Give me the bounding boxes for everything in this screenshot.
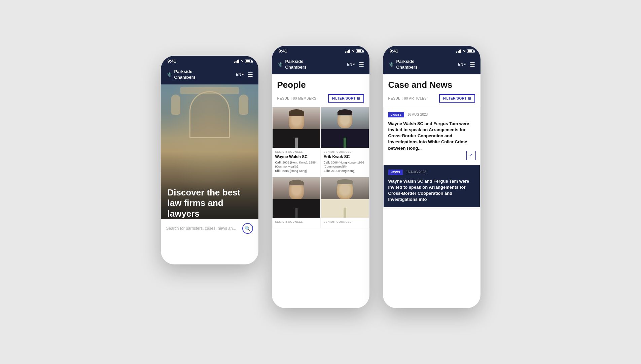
phones-showcase: 9:41 ∿ ⚜ ParksideChambers <box>161 56 480 308</box>
status-bar-1: 9:41 ∿ <box>161 56 258 66</box>
news-card-1[interactable]: CASES 16 AUG 2023 Wayne Walsh SC and Fer… <box>384 107 480 164</box>
person-card-4[interactable]: SENIOR COUNSEL <box>321 177 369 228</box>
time-2: 9:41 <box>279 48 287 53</box>
nav-right-2: EN ▾ ☰ <box>347 61 364 68</box>
menu-btn-2[interactable]: ☰ <box>359 61 364 68</box>
hero-text: Discover the best law firms and lawyers <box>161 181 258 219</box>
person-info-erik: SENIOR COUNSEL Erik Kwok SC Call: 2006 (… <box>321 148 369 177</box>
menu-btn-3[interactable]: ☰ <box>470 61 475 68</box>
battery-icon-2 <box>356 49 363 53</box>
nav-bar-2: ⚜ ParksideChambers EN ▾ ☰ <box>272 56 369 74</box>
person-info-3: SENIOR COUNSEL <box>273 218 320 228</box>
logo-icon-3: ⚜ <box>388 61 394 69</box>
nav-bar-1: ⚜ ParksideChambers EN ▾ ☰ <box>161 66 258 84</box>
hero-headline: Discover the best law firms and lawyers <box>168 187 252 219</box>
news-page-title: Case and News <box>388 80 475 90</box>
people-page-title: People <box>277 80 364 90</box>
logo-text-3: ParksideChambers <box>396 59 418 70</box>
news-headline-2: Wayne Walsh SC and Fergus Tam were invit… <box>388 178 475 203</box>
logo-text-2: ParksideChambers <box>285 59 307 70</box>
news-meta-1: CASES 16 AUG 2023 <box>388 112 475 117</box>
lang-btn-1[interactable]: EN ▾ <box>236 72 244 77</box>
news-headline-1: Wayne Walsh SC and Fergus Tam were invit… <box>388 121 475 151</box>
person-role-4: SENIOR COUNSEL <box>324 220 366 223</box>
lang-btn-2[interactable]: EN ▾ <box>347 62 355 67</box>
wifi-icon-3: ∿ <box>463 49 466 53</box>
person-card-wayne[interactable]: Head Of Chambers SENIOR COUNSEL Wayne Wa… <box>273 107 320 177</box>
search-placeholder: Search for barristers, cases, news an... <box>166 226 240 231</box>
news-card-2[interactable]: NEWS 16 AUG 2023 Wayne Walsh SC and Ferg… <box>384 165 480 208</box>
filter-icon: ⊟ <box>357 97 360 100</box>
battery-icon-1 <box>245 60 252 63</box>
person-name-erik: Erik Kwok SC <box>324 154 366 159</box>
people-page-header: People RESULT: 80 MEMBERS FILTER/SORT ⊟ <box>272 74 369 107</box>
signal-icon-1 <box>234 60 239 63</box>
logo-2: ⚜ ParksideChambers <box>277 59 307 70</box>
phone-2: 9:41 ∿ ⚜ ParksideChambers <box>272 46 369 308</box>
people-results-count: RESULT: 80 MEMBERS <box>277 97 317 100</box>
person-card-3[interactable]: SENIOR COUNSEL <box>273 177 320 228</box>
person-role-wayne: SENIOR COUNSEL <box>275 150 318 153</box>
nav-bar-3: ⚜ ParksideChambers EN ▾ ☰ <box>383 56 480 74</box>
menu-btn-1[interactable]: ☰ <box>248 71 253 78</box>
news-date-1: 16 AUG 2023 <box>407 113 428 116</box>
battery-icon-3 <box>467 49 474 53</box>
time-3: 9:41 <box>390 48 398 53</box>
person-detail-erik: Call: 2006 (Hong Kong), 1986 (Commonweal… <box>324 160 366 173</box>
lang-btn-3[interactable]: EN ▾ <box>458 62 466 67</box>
person-name-wayne: Wayne Walsh SC <box>275 154 318 159</box>
logo-1: ⚜ ParksideChambers <box>166 69 196 80</box>
news-arrow-1[interactable]: ↗ <box>466 151 476 160</box>
signal-icon-3 <box>456 49 461 53</box>
news-results-count: RESULT: 80 ARTICLES <box>388 97 427 100</box>
news-content: CASES 16 AUG 2023 Wayne Walsh SC and Fer… <box>383 107 480 209</box>
logo-icon-1: ⚜ <box>166 71 172 79</box>
person-photo-erik <box>321 107 369 148</box>
person-info-4: SENIOR COUNSEL <box>321 218 369 228</box>
wifi-icon-2: ∿ <box>352 49 355 53</box>
wifi-icon-1: ∿ <box>241 59 244 63</box>
hero-image: Discover the best law firms and lawyers <box>161 84 258 219</box>
people-results-row: RESULT: 80 MEMBERS FILTER/SORT ⊟ <box>277 94 364 103</box>
search-box[interactable]: Search for barristers, cases, news an...… <box>161 219 258 238</box>
person-role-erik: SENIOR COUNSEL <box>324 150 366 153</box>
nav-right-1: EN ▾ ☰ <box>236 71 253 78</box>
time-1: 9:41 <box>168 59 176 64</box>
status-icons-2: ∿ <box>345 49 363 53</box>
news-filter-btn[interactable]: FILTER/SORT ⊟ <box>439 94 475 103</box>
person-photo-3 <box>273 177 320 218</box>
news-tag-news: NEWS <box>388 170 403 175</box>
person-photo-wayne: Head Of Chambers <box>273 107 320 148</box>
status-bar-2: 9:41 ∿ <box>272 46 369 56</box>
news-tag-cases: CASES <box>388 112 404 117</box>
logo-text-1: ParksideChambers <box>174 69 196 80</box>
person-card-erik[interactable]: SENIOR COUNSEL Erik Kwok SC Call: 2006 (… <box>321 107 369 177</box>
status-bar-3: 9:41 ∿ <box>383 46 480 56</box>
news-meta-2: NEWS 16 AUG 2023 <box>388 170 475 175</box>
status-icons-1: ∿ <box>234 59 252 63</box>
status-icons-3: ∿ <box>456 49 474 53</box>
filter-icon-3: ⊟ <box>468 97 471 100</box>
news-results-row: RESULT: 80 ARTICLES FILTER/SORT ⊟ <box>388 94 475 103</box>
logo-3: ⚜ ParksideChambers <box>388 59 418 70</box>
search-icon[interactable]: 🔍 <box>242 223 253 234</box>
person-detail-wayne: Call: 2006 (Hong Kong), 1986 (Commonweal… <box>275 160 318 173</box>
phone-3: 9:41 ∿ ⚜ ParksideChambers <box>383 46 480 308</box>
people-grid: Head Of Chambers SENIOR COUNSEL Wayne Wa… <box>272 107 369 228</box>
nav-right-3: EN ▾ ☰ <box>458 61 475 68</box>
phone-1: 9:41 ∿ ⚜ ParksideChambers <box>161 56 258 264</box>
news-page-header: Case and News RESULT: 80 ARTICLES FILTER… <box>383 74 480 107</box>
people-filter-btn[interactable]: FILTER/SORT ⊟ <box>328 94 364 103</box>
logo-icon-2: ⚜ <box>277 61 283 69</box>
person-role-3: SENIOR COUNSEL <box>275 220 318 223</box>
signal-icon-2 <box>345 49 350 53</box>
person-photo-4 <box>321 177 369 218</box>
news-date-2: 16 AUG 2023 <box>406 170 426 174</box>
person-info-wayne: SENIOR COUNSEL Wayne Walsh SC Call: 2006… <box>273 148 320 177</box>
